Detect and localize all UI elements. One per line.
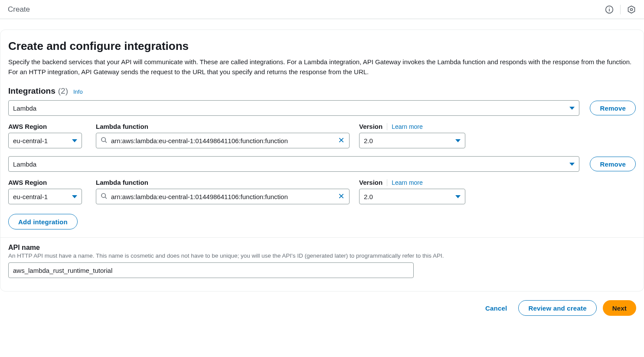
version-label: Version (359, 179, 382, 186)
svg-point-9 (101, 193, 105, 197)
remove-label: Remove (600, 160, 626, 168)
integration-type-select[interactable]: Lambda (8, 100, 579, 116)
api-name-input[interactable]: aws_lambda_rust_runtime_tutorial (8, 262, 414, 278)
page-description: Specify the backend services that your A… (8, 57, 636, 77)
version-select[interactable]: 2.0 (359, 133, 465, 148)
breadcrumb: Create (8, 5, 30, 14)
caret-down-icon (569, 163, 575, 166)
next-label: Next (612, 305, 627, 312)
api-name-section: API name An HTTP API must have a name. T… (0, 237, 644, 278)
aws-region-label: AWS Region (8, 179, 86, 186)
main-panel: Create and configure integrations Specif… (0, 29, 644, 291)
integration-type-row: Lambda Remove (8, 100, 636, 116)
settings-hex-icon[interactable] (627, 5, 636, 14)
aws-region-value: eu-central-1 (13, 137, 48, 144)
integration-block: Lambda Remove AWS Region eu-central-1 (8, 156, 636, 204)
caret-down-icon (569, 107, 575, 110)
aws-region-select[interactable]: eu-central-1 (8, 133, 82, 148)
top-icons (605, 5, 636, 14)
svg-line-10 (105, 197, 107, 199)
svg-marker-3 (628, 6, 635, 13)
divider (387, 179, 387, 186)
clear-icon[interactable] (338, 137, 345, 145)
version-label: Version (359, 123, 382, 130)
caret-down-icon (72, 195, 77, 198)
integration-type-value: Lambda (13, 160, 36, 168)
svg-point-2 (609, 7, 610, 8)
version-value: 2.0 (364, 137, 373, 144)
cancel-button[interactable]: Cancel (480, 300, 512, 316)
svg-point-5 (101, 138, 105, 141)
integration-fields-row: AWS Region eu-central-1 Lambda function … (8, 123, 636, 148)
divider (387, 123, 387, 130)
caret-down-icon (455, 195, 461, 198)
remove-label: Remove (600, 105, 626, 112)
info-link[interactable]: Info (73, 88, 83, 95)
add-integration-button[interactable]: Add integration (8, 214, 78, 229)
aws-region-value: eu-central-1 (13, 193, 48, 200)
svg-point-4 (631, 8, 633, 10)
learn-more-link[interactable]: Learn more (392, 179, 423, 186)
api-name-label: API name (8, 244, 40, 251)
top-header: Create (0, 0, 644, 19)
review-label: Review and create (528, 305, 586, 312)
lambda-function-label: Lambda function (96, 123, 350, 130)
caret-down-icon (72, 139, 77, 142)
page-title: Create and configure integrations (8, 39, 636, 53)
integration-type-row: Lambda Remove (8, 156, 636, 172)
lambda-function-input[interactable]: arn:aws:lambda:eu-central-1:014498641106… (96, 189, 350, 204)
lambda-function-value: arn:aws:lambda:eu-central-1:014498641106… (111, 193, 334, 200)
clear-icon[interactable] (338, 193, 345, 201)
next-button[interactable]: Next (603, 300, 636, 316)
api-name-description: An HTTP API must have a name. This name … (8, 252, 636, 259)
footer-actions: Cancel Review and create Next (0, 291, 644, 320)
caret-down-icon (455, 139, 461, 142)
remove-button[interactable]: Remove (590, 157, 636, 171)
divider (620, 5, 621, 14)
version-select[interactable]: 2.0 (359, 189, 465, 204)
integration-block: Lambda Remove AWS Region eu-central-1 (8, 100, 636, 148)
add-integration-label: Add integration (18, 218, 68, 226)
svg-line-6 (105, 141, 107, 143)
integrations-label: Integrations (8, 86, 56, 96)
remove-button[interactable]: Remove (590, 101, 636, 115)
lambda-function-input[interactable]: arn:aws:lambda:eu-central-1:014498641106… (96, 133, 350, 148)
search-icon (101, 137, 108, 145)
integration-type-value: Lambda (13, 105, 36, 112)
integrations-header: Integrations (2) Info (8, 86, 636, 96)
version-value: 2.0 (364, 193, 373, 200)
integration-fields-row: AWS Region eu-central-1 Lambda function … (8, 179, 636, 204)
info-icon[interactable] (605, 5, 614, 14)
learn-more-link[interactable]: Learn more (392, 123, 423, 130)
lambda-function-value: arn:aws:lambda:eu-central-1:014498641106… (111, 137, 334, 144)
search-icon (101, 193, 108, 201)
cancel-label: Cancel (485, 305, 507, 312)
review-and-create-button[interactable]: Review and create (518, 300, 596, 316)
aws-region-select[interactable]: eu-central-1 (8, 189, 82, 204)
aws-region-label: AWS Region (8, 123, 86, 130)
integrations-count: (2) (58, 86, 68, 96)
integration-type-select[interactable]: Lambda (8, 156, 579, 172)
api-name-value: aws_lambda_rust_runtime_tutorial (13, 267, 409, 274)
lambda-function-label: Lambda function (96, 179, 350, 186)
